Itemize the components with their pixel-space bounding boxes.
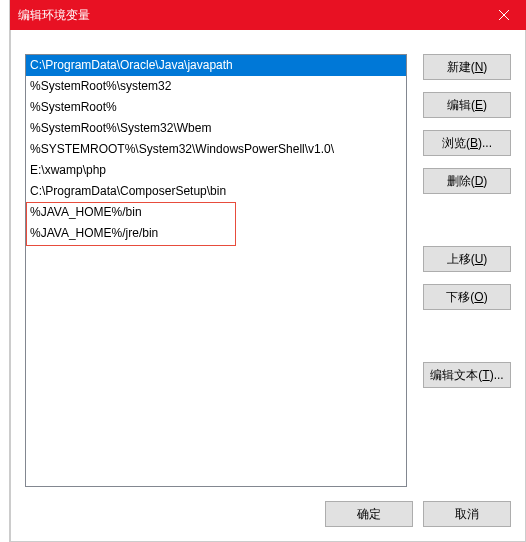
list-item[interactable]: %SYSTEMROOT%\System32\WindowsPowerShell\…: [26, 139, 406, 160]
ok-button[interactable]: 确定: [325, 501, 413, 527]
dialog-title: 编辑环境变量: [18, 7, 481, 24]
list-item[interactable]: C:\ProgramData\ComposerSetup\bin: [26, 181, 406, 202]
dialog-footer: 确定 取消: [11, 487, 525, 541]
dialog-body: C:\ProgramData\Oracle\Java\javapath%Syst…: [10, 30, 526, 542]
list-item[interactable]: %JAVA_HOME%/jre/bin: [26, 223, 406, 244]
content-area: C:\ProgramData\Oracle\Java\javapath%Syst…: [25, 54, 511, 487]
path-listbox[interactable]: C:\ProgramData\Oracle\Java\javapath%Syst…: [25, 54, 407, 487]
close-button[interactable]: [481, 0, 526, 30]
new-button[interactable]: 新建(N): [423, 54, 511, 80]
edittext-button[interactable]: 编辑文本(T)...: [423, 362, 511, 388]
movedown-button[interactable]: 下移(O): [423, 284, 511, 310]
window-left-edge: [0, 0, 10, 542]
list-item[interactable]: %JAVA_HOME%/bin: [26, 202, 406, 223]
button-column: 新建(N) 编辑(E) 浏览(B)... 删除(D) 上移(U) 下移(O) 编…: [423, 54, 511, 400]
list-item[interactable]: %SystemRoot%: [26, 97, 406, 118]
edit-button[interactable]: 编辑(E): [423, 92, 511, 118]
moveup-button[interactable]: 上移(U): [423, 246, 511, 272]
browse-button[interactable]: 浏览(B)...: [423, 130, 511, 156]
list-item[interactable]: E:\xwamp\php: [26, 160, 406, 181]
titlebar: 编辑环境变量: [10, 0, 526, 30]
list-item[interactable]: C:\ProgramData\Oracle\Java\javapath: [26, 55, 406, 76]
cancel-button[interactable]: 取消: [423, 501, 511, 527]
list-item[interactable]: %SystemRoot%\system32: [26, 76, 406, 97]
delete-button[interactable]: 删除(D): [423, 168, 511, 194]
list-item[interactable]: %SystemRoot%\System32\Wbem: [26, 118, 406, 139]
close-icon: [499, 10, 509, 20]
